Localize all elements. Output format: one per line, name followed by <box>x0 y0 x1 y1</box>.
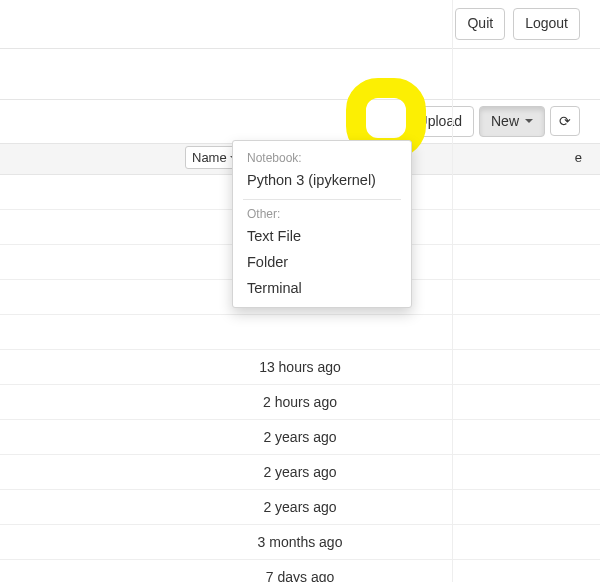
row-time: 2 years ago <box>263 499 336 515</box>
new-button[interactable]: New <box>479 106 545 138</box>
toolbar: Upload New ⟳ <box>0 100 600 144</box>
upload-button[interactable]: Upload <box>406 106 474 138</box>
logout-button[interactable]: Logout <box>513 8 580 40</box>
menu-item-folder[interactable]: Folder <box>233 249 411 275</box>
caret-down-icon <box>525 119 533 123</box>
list-item[interactable]: 3 months ago <box>0 525 600 560</box>
row-time: 2 years ago <box>263 464 336 480</box>
menu-item-terminal[interactable]: Terminal <box>233 275 411 301</box>
menu-item-python3[interactable]: Python 3 (ipykernel) <box>233 167 411 193</box>
row-time: 2 hours ago <box>263 394 337 410</box>
last-modified-header[interactable]: e <box>575 150 582 165</box>
header-bar: Quit Logout <box>0 0 600 49</box>
row-time: 7 days ago <box>266 569 335 582</box>
list-item[interactable]: 13 hours ago <box>0 350 600 385</box>
new-button-label: New <box>491 112 519 132</box>
list-item[interactable]: 7 days ago <box>0 560 600 582</box>
row-time: 13 hours ago <box>259 359 341 375</box>
quit-button[interactable]: Quit <box>455 8 505 40</box>
new-dropdown-menu: Notebook: Python 3 (ipykernel) Other: Te… <box>232 140 412 308</box>
dropdown-section-other: Other: <box>233 203 411 223</box>
tab-area <box>0 49 600 100</box>
dropdown-section-notebook: Notebook: <box>233 147 411 167</box>
row-time: 3 months ago <box>258 534 343 550</box>
row-time: 2 years ago <box>263 429 336 445</box>
dropdown-divider <box>243 199 401 200</box>
refresh-icon: ⟳ <box>559 113 571 129</box>
list-item[interactable]: 2 hours ago <box>0 385 600 420</box>
list-item[interactable]: 2 years ago <box>0 490 600 525</box>
right-panel-edge <box>452 0 453 582</box>
list-item[interactable]: 2 years ago <box>0 420 600 455</box>
menu-item-text-file[interactable]: Text File <box>233 223 411 249</box>
name-label: Name <box>192 150 227 165</box>
list-item[interactable] <box>0 315 600 350</box>
refresh-button[interactable]: ⟳ <box>550 106 580 136</box>
list-item[interactable]: 2 years ago <box>0 455 600 490</box>
